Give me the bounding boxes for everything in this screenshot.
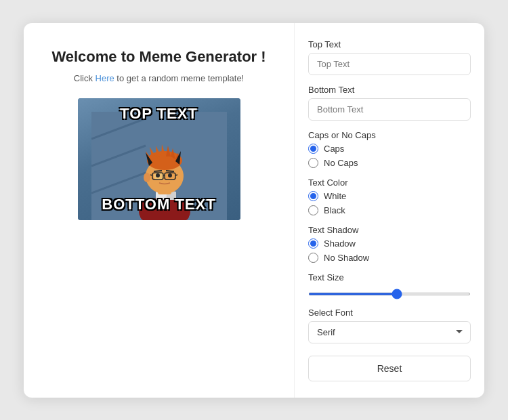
caps-label: Caps or No Caps	[308, 130, 471, 140]
font-select[interactable]: Serif Sans-serif Impact Arial Comic Sans…	[308, 321, 471, 343]
reset-button[interactable]: Reset	[308, 356, 471, 381]
no-shadow-option[interactable]: No Shadow	[308, 253, 471, 263]
no-caps-radio[interactable]	[308, 158, 318, 168]
svg-point-26	[156, 173, 160, 177]
shadow-radio[interactable]	[308, 238, 318, 249]
page-title: Welcome to Meme Generator !	[51, 47, 266, 67]
shadow-option-label: Shadow	[324, 238, 356, 249]
bottom-text-input[interactable]	[308, 98, 471, 121]
meme-top-text: TOP TEXT	[78, 105, 240, 123]
shadow-option[interactable]: Shadow	[308, 238, 471, 249]
random-template-link[interactable]: Here	[96, 73, 114, 83]
text-shadow-field-group: Text Shadow Shadow No Shadow	[308, 225, 471, 263]
caps-option[interactable]: Caps	[308, 144, 471, 154]
no-caps-option-label: No Caps	[324, 158, 358, 168]
caps-field-group: Caps or No Caps Caps No Caps	[308, 130, 471, 168]
black-color-option[interactable]: Black	[308, 205, 471, 215]
subtitle: Click Here to get a random meme template…	[74, 73, 244, 83]
text-color-radio-group: White Black	[308, 191, 471, 215]
select-font-field-group: Select Font Serif Sans-serif Impact Aria…	[308, 308, 471, 343]
text-size-field-group: Text Size	[308, 272, 471, 298]
text-size-label: Text Size	[308, 272, 471, 282]
top-text-label: Top Text	[308, 39, 471, 49]
subtitle-suffix: to get a random meme template!	[114, 73, 244, 83]
left-panel: Welcome to Meme Generator ! Click Here t…	[24, 23, 295, 398]
text-shadow-radio-group: Shadow No Shadow	[308, 238, 471, 263]
subtitle-prefix: Click	[74, 73, 96, 83]
white-color-option[interactable]: White	[308, 191, 471, 201]
caps-radio-group: Caps No Caps	[308, 144, 471, 168]
caps-option-label: Caps	[324, 144, 344, 154]
bottom-text-field-group: Bottom Text	[308, 85, 471, 121]
black-color-label: Black	[324, 205, 345, 215]
top-text-input[interactable]	[308, 53, 471, 75]
top-text-field-group: Top Text	[308, 39, 471, 75]
svg-point-30	[144, 173, 150, 182]
svg-point-27	[168, 173, 172, 177]
text-color-field-group: Text Color White Black	[308, 177, 471, 215]
text-color-label: Text Color	[308, 177, 471, 188]
no-shadow-radio[interactable]	[308, 253, 318, 263]
select-font-label: Select Font	[308, 308, 471, 318]
black-color-radio[interactable]	[308, 205, 318, 215]
text-size-slider-container	[308, 286, 471, 298]
no-shadow-option-label: No Shadow	[324, 253, 369, 263]
no-caps-option[interactable]: No Caps	[308, 158, 471, 168]
bottom-text-label: Bottom Text	[308, 85, 471, 95]
text-shadow-label: Text Shadow	[308, 225, 471, 235]
main-card: Welcome to Meme Generator ! Click Here t…	[24, 23, 484, 398]
caps-radio[interactable]	[308, 144, 318, 154]
text-size-slider[interactable]	[308, 293, 471, 295]
right-panel: Top Text Bottom Text Caps or No Caps Cap…	[295, 23, 484, 398]
white-color-radio[interactable]	[308, 191, 318, 201]
svg-line-28	[154, 171, 162, 171]
svg-line-25	[175, 175, 177, 175]
meme-preview: TOP TEXT BOTTOM TEXT	[78, 98, 240, 220]
svg-line-24	[150, 175, 152, 175]
white-color-label: White	[324, 191, 346, 201]
svg-line-29	[166, 171, 174, 171]
meme-bottom-text: BOTTOM TEXT	[78, 196, 240, 213]
